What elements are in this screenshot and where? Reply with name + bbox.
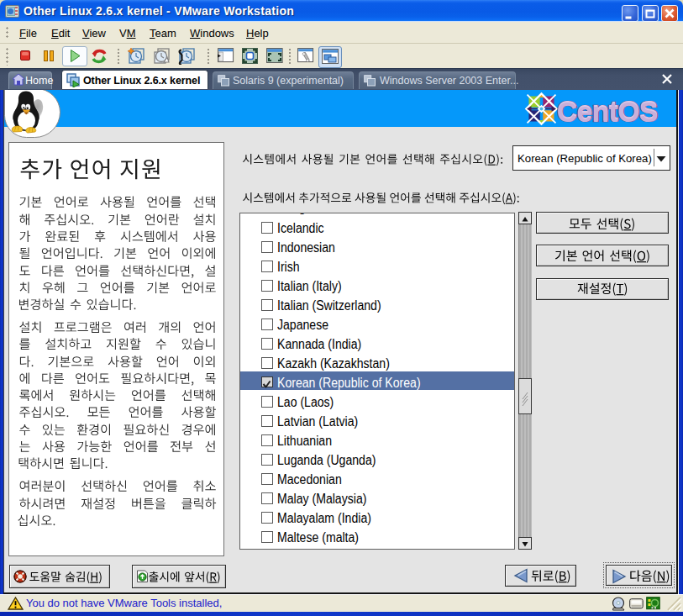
svg-text:CentOS: CentOS [557, 97, 658, 128]
